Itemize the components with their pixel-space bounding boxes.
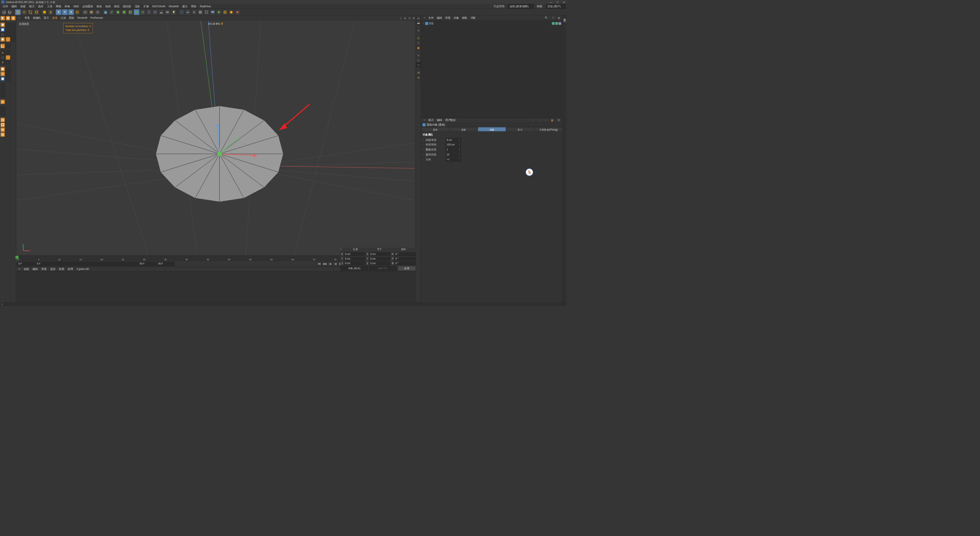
menu-mesh[interactable]: 网格 <box>54 4 63 9</box>
vp-menu-camera[interactable]: 摄像机 <box>31 15 42 20</box>
primitive-cube[interactable] <box>103 9 108 15</box>
obj-eye-icon[interactable]: ◉ <box>556 16 562 20</box>
render-region[interactable] <box>88 9 94 15</box>
attr-new-icon[interactable]: ⊞ <box>556 118 562 122</box>
mat-menu-view[interactable]: 查看 <box>39 267 48 271</box>
misc-4[interactable] <box>216 9 222 15</box>
menu-simulate[interactable]: 模拟 <box>113 4 121 9</box>
play-backward-button[interactable]: ◀ <box>333 261 338 266</box>
object-tree[interactable]: └ 圆盘 <box>421 20 562 118</box>
select-lasso-icon[interactable] <box>0 127 5 132</box>
redo-button[interactable] <box>7 9 13 15</box>
live-select-icon[interactable] <box>0 16 5 21</box>
obj-menu-file[interactable]: 文件 <box>427 15 435 20</box>
generator-cloner[interactable] <box>140 9 145 15</box>
minimize-button[interactable]: — <box>550 0 552 3</box>
vp-nav-2-icon[interactable]: ⊕ <box>402 16 406 20</box>
mat-menu-create[interactable]: 创建 <box>22 267 31 271</box>
ms-7[interactable]: ▪ <box>416 53 421 58</box>
menu-window[interactable]: 窗口 <box>180 4 189 9</box>
l2-10[interactable] <box>6 72 10 76</box>
rot-p-field[interactable]: 0 ° <box>394 257 416 260</box>
menu-volume[interactable]: 体积 <box>72 4 80 9</box>
l2-11[interactable] <box>6 77 10 81</box>
l2-9[interactable] <box>6 67 10 72</box>
spline-pen[interactable] <box>109 9 114 15</box>
axis-mode-icon[interactable] <box>0 44 5 48</box>
mat-menu-select[interactable]: 选择 <box>49 267 57 271</box>
pos-y-field[interactable]: 0 cm <box>344 257 365 260</box>
attr-menu-mode[interactable]: 模式 <box>427 118 435 123</box>
isoline-icon[interactable] <box>0 72 5 76</box>
vp-menu-panel[interactable]: 面板 <box>67 15 76 20</box>
obj-search-icon[interactable]: 🔍 <box>543 16 550 20</box>
ms-11[interactable]: ⊟ <box>416 75 421 80</box>
misc-5[interactable] <box>222 9 228 15</box>
attr-lock-icon[interactable]: 🔒 <box>549 118 555 122</box>
node-space-dropdown[interactable]: 当前 (标准/物理) <box>508 4 534 8</box>
obj-hamburger-icon[interactable]: ≡ <box>422 16 426 20</box>
layout-dropdown[interactable]: 启动 (用户) <box>546 4 566 8</box>
axis-z-toggle[interactable]: Z <box>68 9 74 15</box>
vp-menu-view[interactable]: 查看 <box>23 15 31 20</box>
axis-y-toggle[interactable]: Y <box>62 9 68 15</box>
attr-nav-back-icon[interactable]: ← <box>531 118 536 122</box>
ms-2[interactable]: ▬ <box>416 21 421 25</box>
recent-tool[interactable] <box>42 9 47 15</box>
menu-redshift[interactable]: Redshift <box>167 4 180 9</box>
attr-tab-object[interactable]: 对象 <box>478 127 506 132</box>
camera-tool[interactable] <box>165 9 170 15</box>
tweak-icon[interactable] <box>6 16 10 21</box>
l2-1[interactable] <box>6 23 10 27</box>
rot-h-field[interactable]: 0 ° <box>394 252 416 256</box>
vp-menu-redshift[interactable]: Redshift <box>76 16 89 20</box>
volume-tool[interactable] <box>185 9 191 15</box>
snap-3-icon[interactable] <box>0 93 5 98</box>
menu-help[interactable]: 帮助 <box>189 4 198 9</box>
generator-array[interactable] <box>127 9 133 15</box>
point-mode-icon[interactable]: S <box>0 51 5 55</box>
enable-axis-icon[interactable] <box>0 67 5 72</box>
menu-select[interactable]: 选择 <box>36 4 45 9</box>
ms-1[interactable]: ▭ <box>416 16 421 21</box>
coord-system[interactable] <box>74 9 80 15</box>
menu-insydium[interactable]: INSYDIUM <box>150 4 167 9</box>
generator-extrude[interactable] <box>121 9 127 15</box>
l2-5[interactable] <box>6 44 10 48</box>
l3-2[interactable] <box>11 28 16 32</box>
ms-6[interactable]: ▦ <box>416 46 421 50</box>
menu-spline[interactable]: 样条 <box>63 4 72 9</box>
menu-animate[interactable]: 动画 <box>104 4 113 9</box>
prev-frame-button[interactable]: ◀ <box>328 261 333 266</box>
misc-1[interactable] <box>191 9 197 15</box>
attr-tab-slice[interactable]: 切片 <box>506 127 534 132</box>
ms-4[interactable]: ≡ <box>416 36 421 41</box>
menu-mograph[interactable]: 运动图形 <box>80 4 95 9</box>
scale-tool[interactable] <box>28 9 33 15</box>
edge-mode-icon[interactable] <box>0 56 5 60</box>
menu-tools[interactable]: 工具 <box>45 4 54 9</box>
range-scrubber[interactable]: 0 F <box>36 262 137 266</box>
generator-instance[interactable] <box>134 9 139 15</box>
coord-apply-button[interactable]: 应用 <box>398 266 415 271</box>
menu-extensions[interactable]: 扩展 <box>142 4 150 9</box>
texture-mode-icon[interactable] <box>0 32 5 37</box>
undo-button[interactable] <box>1 9 7 15</box>
ms-5[interactable]: ⋮ <box>416 41 421 45</box>
l2-3[interactable] <box>6 32 10 37</box>
menu-create[interactable]: 创建 <box>19 4 28 9</box>
prev-key-button[interactable]: ◀◀ <box>322 261 327 266</box>
vp-nav-1-icon[interactable]: ◇ <box>398 16 401 20</box>
make-editable-icon[interactable] <box>0 23 5 27</box>
l2-2[interactable] <box>6 28 10 32</box>
material-area[interactable]: ≡ 位置 尺寸 旋转 X0 cm X0 cm H0 ° Y0 cm Y0 cm … <box>16 271 416 302</box>
field-tool[interactable] <box>146 9 152 15</box>
size-x-field[interactable]: 0 cm <box>369 252 390 256</box>
soft-2-icon[interactable] <box>0 111 5 116</box>
generator-subdiv[interactable] <box>115 9 121 15</box>
mat-hamburger-icon[interactable]: ≡ <box>17 267 22 271</box>
move-tool[interactable] <box>21 9 27 15</box>
misc-7[interactable] <box>235 9 240 15</box>
attr-tab-phong[interactable]: 平滑着色(Phong) <box>534 127 563 132</box>
tree-item-disc[interactable]: └ 圆盘 <box>422 21 562 26</box>
